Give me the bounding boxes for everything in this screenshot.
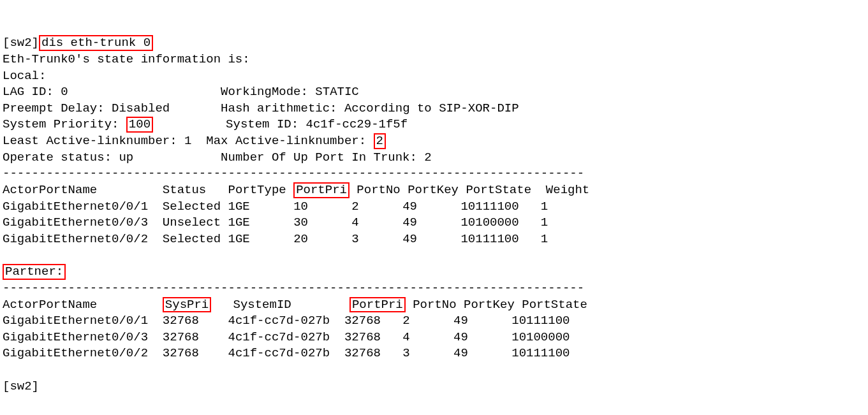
col-weight: Weight xyxy=(546,183,589,197)
max-active-label: Max Active-linknumber: xyxy=(206,134,366,148)
col-status: Status xyxy=(163,183,206,197)
preempt-label: Preempt Delay: xyxy=(3,101,105,115)
prompt[interactable]: [sw2] xyxy=(3,379,39,393)
col-portpri: PortPri xyxy=(293,182,349,198)
col-actor: ActorPortName xyxy=(3,298,97,312)
sys-pri-label: System Priority: xyxy=(3,117,119,131)
col-portno: PortNo xyxy=(413,298,456,312)
prompt: [sw2] xyxy=(3,36,39,50)
hash-value: According to SIP-XOR-DIP xyxy=(344,101,519,115)
sys-id-label: System ID: xyxy=(226,117,298,131)
col-actor: ActorPortName xyxy=(3,183,97,197)
working-mode-value: STATIC xyxy=(315,85,358,99)
table-row: GigabitEthernet0/0/1 Selected 1GE 10 2 4… xyxy=(3,200,548,214)
col-portpri: PortPri xyxy=(349,297,406,313)
table-row: GigabitEthernet0/0/1 32768 4c1f-cc7d-027… xyxy=(3,314,570,328)
sys-id-value: 4c1f-cc29-1f5f xyxy=(306,117,408,131)
table-row: GigabitEthernet0/0/2 Selected 1GE 20 3 4… xyxy=(3,232,548,246)
preempt-value: Disabled xyxy=(112,101,170,115)
col-portno: PortNo xyxy=(357,183,400,197)
num-up-label: Number Of Up Port In Trunk: xyxy=(221,150,417,164)
col-syspri: SysPri xyxy=(163,297,211,313)
local-label: Local: xyxy=(3,69,46,83)
command: dis eth-trunk 0 xyxy=(39,35,153,51)
num-up-value: 2 xyxy=(424,150,431,164)
col-systemid: SystemID xyxy=(233,298,291,312)
lag-id-label: LAG ID: xyxy=(3,85,54,99)
lag-id-value: 0 xyxy=(61,85,68,99)
sys-pri-value: 100 xyxy=(126,117,153,133)
table-row: GigabitEthernet0/0/3 32768 4c1f-cc7d-027… xyxy=(3,330,570,344)
least-active-label: Least Active-linknumber: xyxy=(3,134,177,148)
header-line: Eth-Trunk0's state information is: xyxy=(3,52,250,66)
table-row: GigabitEthernet0/0/2 32768 4c1f-cc7d-027… xyxy=(3,346,570,360)
hash-label: Hash arithmetic: xyxy=(221,101,337,115)
working-mode-label: WorkingMode: xyxy=(221,85,308,99)
max-active-value: 2 xyxy=(374,133,386,149)
col-portkey: PortKey xyxy=(408,183,459,197)
terminal-output: [sw2]dis eth-trunk 0 Eth-Trunk0's state … xyxy=(3,35,865,395)
operate-label: Operate status: xyxy=(3,150,112,164)
col-portstate: PortState xyxy=(522,298,587,312)
table-row: GigabitEthernet0/0/3 Unselect 1GE 30 4 4… xyxy=(3,215,548,229)
least-active-value: 1 xyxy=(184,134,191,148)
col-portstate: PortState xyxy=(466,183,531,197)
separator: ----------------------------------------… xyxy=(3,281,584,295)
operate-value: up xyxy=(119,150,133,164)
col-portkey: PortKey xyxy=(464,298,515,312)
separator: ----------------------------------------… xyxy=(3,166,584,180)
col-porttype: PortType xyxy=(228,183,286,197)
partner-label: Partner: xyxy=(3,264,66,280)
